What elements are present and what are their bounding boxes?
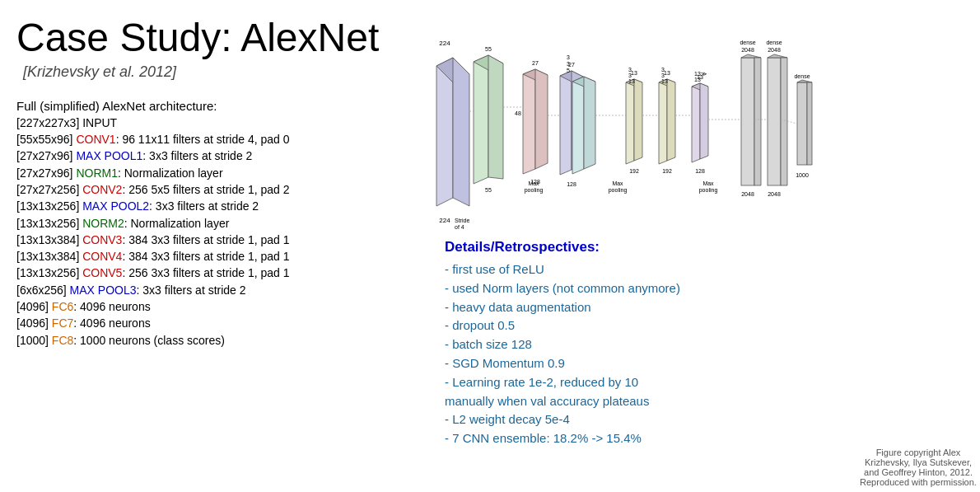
svg-text:128: 128 <box>695 168 705 174</box>
svg-text:3: 3 <box>661 73 665 78</box>
arch-line: [13x13x256] CONV5: 256 3x3 filters at st… <box>16 265 412 281</box>
details-item: - dropout 0.5 <box>445 316 964 335</box>
svg-text:55: 55 <box>485 46 492 52</box>
details-item: - L2 weight decay 5e-4 <box>445 410 964 429</box>
svg-text:192: 192 <box>629 168 639 174</box>
architecture-diagram: 224 224 Stride of 4 55 55 48 <box>428 0 980 231</box>
arch-title: Full (simplified) AlexNet architecture: <box>16 99 412 113</box>
svg-text:48: 48 <box>515 110 521 116</box>
svg-text:3: 3 <box>628 67 632 73</box>
svg-text:13: 13 <box>631 70 637 76</box>
svg-text:pooling: pooling <box>699 187 718 194</box>
svg-text:55: 55 <box>485 187 492 193</box>
svg-marker-20 <box>560 71 572 175</box>
svg-text:3: 3 <box>567 54 570 60</box>
footer-caption: Figure copyright Alex Krizhevsky, Ilya S… <box>856 447 980 487</box>
svg-text:3: 3 <box>661 67 665 73</box>
svg-text:Max: Max <box>528 180 539 186</box>
details-item: - 7 CNN ensemble: 18.2% -> 15.4% <box>445 429 964 448</box>
arch-line: [13x13x384] CONV4: 384 3x3 filters at st… <box>16 248 412 265</box>
svg-text:2048: 2048 <box>741 191 754 197</box>
svg-text:13: 13 <box>661 78 668 84</box>
details-items: - first use of ReLU- used Norm layers (n… <box>445 260 964 448</box>
details-item: - SGD Momentum 0.9 <box>445 354 964 373</box>
right-panel: 224 224 Stride of 4 55 55 48 <box>428 0 980 492</box>
citation: [Krizhevsky et al. 2012] <box>23 63 412 81</box>
svg-marker-9 <box>488 55 503 179</box>
svg-text:dense: dense <box>740 40 755 45</box>
svg-text:13: 13 <box>628 78 635 84</box>
svg-marker-48 <box>741 54 761 58</box>
arch-line: [4096] FC7: 4096 neurons <box>16 315 412 331</box>
svg-marker-55 <box>781 58 787 185</box>
arch-line: [55x55x96] CONV1: 96 11x11 filters at st… <box>16 131 412 148</box>
svg-marker-27 <box>584 77 595 169</box>
svg-text:192: 192 <box>662 168 672 174</box>
svg-marker-40 <box>692 83 700 162</box>
arch-line: [13x13x384] CONV3: 384 3x3 filters at st… <box>16 232 412 248</box>
arch-line: [27x27x256] CONV2: 256 5x5 filters at st… <box>16 181 412 198</box>
svg-marker-60 <box>797 80 812 82</box>
details-item: - batch size 128 <box>445 335 964 354</box>
svg-text:Max: Max <box>612 180 623 186</box>
details-item: - used Norm layers (not common anymore) <box>445 279 964 298</box>
svg-text:of 4: of 4 <box>455 224 464 230</box>
svg-marker-15 <box>535 69 548 169</box>
svg-text:2048: 2048 <box>741 47 754 53</box>
arch-line: [4096] FC6: 4096 neurons <box>16 298 412 315</box>
arch-line: [1000] FC8: 1000 neurons (class scores) <box>16 332 412 349</box>
arch-line: [6x6x256] MAX POOL3: 3x3 filters at stri… <box>16 282 412 298</box>
svg-text:pooling: pooling <box>609 187 628 194</box>
svg-marker-2 <box>453 58 469 206</box>
svg-text:dense: dense <box>794 73 810 79</box>
svg-text:224: 224 <box>439 217 450 224</box>
svg-text:2048: 2048 <box>768 191 781 197</box>
arch-line: [227x227x3] INPUT <box>16 115 412 131</box>
main-container: Case Study: AlexNet [Krizhevsky et al. 2… <box>0 0 980 492</box>
svg-marker-30 <box>626 79 634 164</box>
svg-text:2048: 2048 <box>768 47 781 53</box>
svg-marker-32 <box>634 79 642 161</box>
svg-marker-49 <box>754 58 761 185</box>
arch-line: [13x13x256] MAX POOL2: 3x3 filters at st… <box>16 198 412 214</box>
svg-marker-25 <box>572 77 584 174</box>
arch-lines: [227x227x3] INPUT[55x55x96] CONV1: 96 11… <box>16 115 412 349</box>
svg-marker-37 <box>667 79 675 161</box>
details-item: - heavy data augmentation <box>445 298 964 317</box>
svg-marker-54 <box>768 54 787 58</box>
svg-text:3: 3 <box>567 61 570 67</box>
svg-text:3: 3 <box>628 73 632 78</box>
arch-line: [27x27x96] MAX POOL1: 3x3 filters at str… <box>16 148 412 164</box>
svg-text:13: 13 <box>694 77 701 82</box>
svg-text:dense: dense <box>766 40 782 45</box>
details-item: - first use of ReLU <box>445 260 964 279</box>
svg-text:27: 27 <box>532 60 539 66</box>
arch-line: [13x13x256] NORM2: Normalization layer <box>16 215 412 232</box>
svg-text:13: 13 <box>664 70 670 76</box>
arch-line: [27x27x96] NORM1: Normalization layer <box>16 165 412 181</box>
diagram-area: 224 224 Stride of 4 55 55 48 <box>428 0 980 231</box>
page-title: Case Study: AlexNet <box>16 16 412 60</box>
svg-text:pooling: pooling <box>525 187 544 194</box>
svg-marker-35 <box>659 79 667 164</box>
details-item: - Learning rate 1e-2, reduced by 10 <box>445 373 964 392</box>
left-panel: Case Study: AlexNet [Krizhevsky et al. 2… <box>0 0 428 492</box>
svg-marker-42 <box>700 83 708 159</box>
details-title: Details/Retrospectives: <box>445 239 964 255</box>
svg-text:1000: 1000 <box>796 172 809 178</box>
svg-rect-47 <box>741 58 754 185</box>
svg-text:13≫: 13≫ <box>694 71 707 77</box>
svg-marker-61 <box>807 82 812 165</box>
svg-rect-53 <box>768 58 781 185</box>
details-item: manually when val accuracy plateaus <box>445 392 964 411</box>
svg-marker-13 <box>523 69 535 174</box>
svg-text:224: 224 <box>439 40 450 47</box>
svg-text:128: 128 <box>567 181 576 187</box>
svg-text:5: 5 <box>567 68 570 73</box>
svg-text:Max: Max <box>702 180 714 186</box>
svg-marker-7 <box>474 55 488 184</box>
svg-rect-59 <box>797 82 807 165</box>
svg-text:Stride: Stride <box>455 218 469 223</box>
